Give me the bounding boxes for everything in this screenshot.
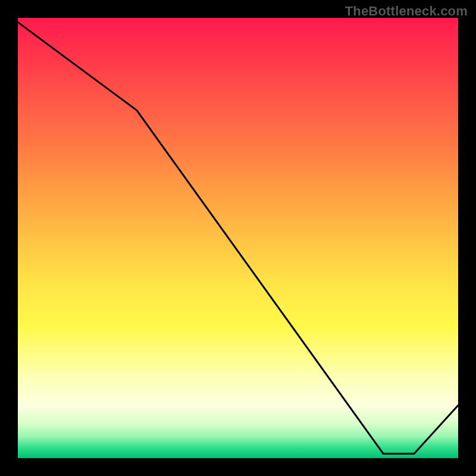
- chart-frame: TheBottleneck.com: [0, 0, 476, 476]
- watermark-text: TheBottleneck.com: [345, 4, 468, 19]
- chart-plot-area: [18, 18, 458, 458]
